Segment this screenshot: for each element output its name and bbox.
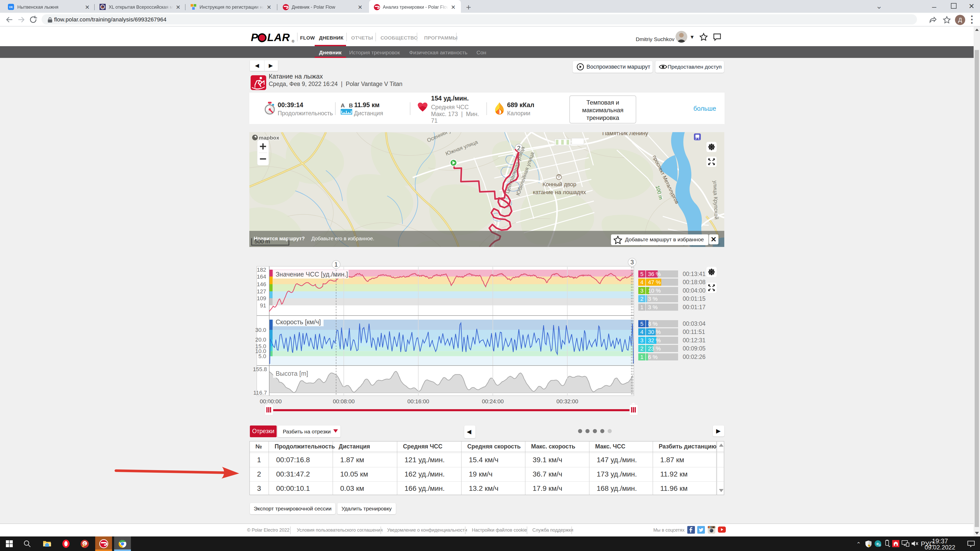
- svg-text:2: 2: [640, 345, 643, 352]
- svg-text:VK: VK: [9, 6, 13, 9]
- svg-text:Конный двор: Конный двор: [542, 181, 576, 187]
- svg-text:36 %: 36 %: [648, 271, 661, 277]
- svg-text:3: 3: [630, 259, 634, 265]
- svg-text:155.8: 155.8: [253, 366, 267, 372]
- svg-text:i: i: [880, 544, 880, 547]
- svg-text:3: 3: [640, 337, 643, 344]
- svg-text:00:01:17: 00:01:17: [682, 304, 706, 310]
- svg-text:47 %: 47 %: [648, 279, 661, 286]
- svg-text:00:12:31: 00:12:31: [682, 337, 706, 344]
- svg-text:P: P: [251, 32, 258, 43]
- svg-text:LAR: LAR: [267, 32, 290, 43]
- svg-text:mapbox: mapbox: [259, 135, 280, 141]
- svg-text:32 %: 32 %: [648, 337, 661, 344]
- svg-text:00:01:15: 00:01:15: [682, 295, 706, 302]
- svg-text:00:09:05: 00:09:05: [682, 345, 706, 352]
- svg-text:00:00:00: 00:00:00: [260, 398, 282, 405]
- svg-text:30 %: 30 %: [648, 329, 661, 335]
- svg-text:00:08:00: 00:08:00: [333, 398, 355, 405]
- svg-text:00:24:00: 00:24:00: [482, 398, 504, 405]
- svg-text:катание на лошадях: катание на лошадях: [533, 189, 586, 195]
- svg-text:4: 4: [640, 279, 643, 286]
- svg-text:Скорость [км/ч]: Скорость [км/ч]: [275, 318, 321, 326]
- svg-text:116.7: 116.7: [253, 389, 267, 396]
- svg-text:00:04:00: 00:04:00: [682, 287, 706, 294]
- svg-text:8 %: 8 %: [648, 321, 658, 327]
- svg-text:127: 127: [257, 288, 266, 295]
- svg-text:6 %: 6 %: [648, 354, 658, 360]
- svg-text:23 %: 23 %: [648, 345, 661, 352]
- svg-text:4: 4: [640, 329, 643, 335]
- svg-text:5: 5: [640, 271, 643, 277]
- svg-text:00:13:41: 00:13:41: [682, 271, 706, 277]
- svg-text:00:32:00: 00:32:00: [556, 398, 578, 405]
- svg-text:1: 1: [334, 261, 338, 268]
- svg-text:Значение ЧСС [уд./мин.]: Значение ЧСС [уд./мин.]: [275, 271, 348, 278]
- svg-text:91: 91: [260, 302, 266, 309]
- svg-text:00:03:04: 00:03:04: [682, 321, 706, 327]
- svg-text:109: 109: [257, 295, 266, 302]
- svg-text:5: 5: [640, 321, 643, 327]
- svg-text:00:11:51: 00:11:51: [682, 329, 705, 335]
- svg-text:164: 164: [257, 273, 266, 280]
- svg-text:5.0: 5.0: [258, 353, 266, 359]
- svg-text:20.0: 20.0: [255, 337, 266, 343]
- svg-text:500 m: 500 m: [255, 238, 270, 245]
- svg-text:30.0: 30.0: [255, 327, 266, 333]
- svg-text:2: 2: [640, 295, 643, 302]
- svg-text:✕: ✕: [711, 235, 716, 243]
- svg-text:Добавьте маршрут в избранное: Добавьте маршрут в избранное: [625, 237, 704, 242]
- svg-text:10 %: 10 %: [648, 287, 661, 294]
- svg-text:182: 182: [257, 267, 266, 273]
- svg-text:3 %: 3 %: [648, 304, 658, 310]
- svg-text:Высота [m]: Высота [m]: [275, 370, 308, 377]
- svg-text:3 %: 3 %: [648, 295, 658, 302]
- svg-text:®: ®: [292, 39, 294, 43]
- svg-text:Памятник Ленину: Памятник Ленину: [602, 132, 648, 137]
- svg-text:146: 146: [257, 281, 266, 287]
- svg-text:00:02:26: 00:02:26: [682, 354, 706, 360]
- svg-text:1: 1: [640, 304, 643, 310]
- svg-text:1: 1: [640, 354, 643, 360]
- svg-text:Добавьте его в избранное.: Добавьте его в избранное.: [311, 236, 374, 241]
- svg-text:00:18:08: 00:18:08: [682, 279, 706, 286]
- svg-text:3: 3: [640, 287, 643, 294]
- svg-text:00:16:00: 00:16:00: [407, 398, 429, 405]
